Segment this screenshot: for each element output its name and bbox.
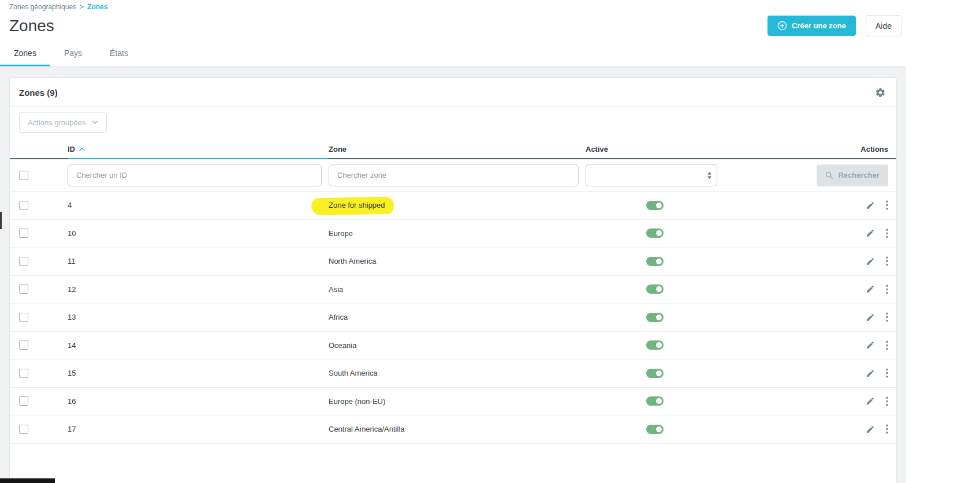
help-button[interactable]: Aide	[866, 15, 901, 36]
active-toggle[interactable]	[646, 396, 664, 406]
active-toggle[interactable]	[646, 284, 664, 294]
search-button[interactable]: Rechercher	[817, 164, 888, 186]
edit-button[interactable]	[866, 257, 875, 266]
table-header-row: ID Zone Activé Actions	[10, 140, 896, 159]
edit-button[interactable]	[866, 396, 875, 406]
panel-title: Zones (9)	[19, 88, 58, 98]
sorted-column-indicator	[68, 158, 329, 159]
create-zone-button[interactable]: Créer une zone	[767, 16, 856, 36]
row-menu-button[interactable]	[886, 256, 888, 266]
table-row: 13 Africa	[10, 304, 896, 332]
pencil-icon	[866, 229, 875, 238]
kebab-icon	[886, 368, 888, 378]
sort-asc-icon	[79, 147, 85, 151]
kebab-icon	[886, 312, 888, 322]
zone-name-cell: Zone for shipped	[329, 201, 586, 209]
table-filter-row: Rechercher	[10, 159, 896, 192]
toggle-knob	[656, 398, 662, 404]
pencil-icon	[866, 369, 875, 378]
row-checkbox[interactable]	[19, 284, 28, 294]
edit-button[interactable]	[866, 229, 875, 238]
plus-circle-icon	[777, 21, 787, 31]
edit-button[interactable]	[866, 425, 875, 434]
breadcrumb-parent-link[interactable]: Zones géographiques	[9, 3, 76, 11]
row-menu-button[interactable]	[886, 368, 888, 378]
id-filter-input[interactable]	[68, 164, 322, 186]
tab-pays[interactable]: Pays	[50, 42, 96, 66]
row-checkbox[interactable]	[19, 257, 28, 266]
edit-button[interactable]	[866, 313, 875, 322]
row-checkbox[interactable]	[19, 229, 28, 238]
zone-filter-input[interactable]	[329, 164, 579, 186]
active-toggle[interactable]	[646, 257, 664, 266]
zone-name-cell: North America	[329, 257, 586, 265]
row-menu-button[interactable]	[886, 396, 888, 406]
create-zone-button-label: Créer une zone	[792, 21, 846, 30]
row-checkbox[interactable]	[19, 340, 28, 350]
toggle-knob	[656, 203, 662, 208]
kebab-icon	[886, 340, 888, 350]
active-toggle[interactable]	[646, 313, 664, 322]
zone-name-cell: Europe	[329, 229, 586, 238]
table-row: 12 Asia	[10, 276, 896, 304]
zone-id-cell: 15	[68, 369, 329, 377]
bulk-actions-button[interactable]: Actions groupées	[19, 112, 107, 133]
table-row: 17 Central America/Antilla	[10, 415, 896, 444]
active-filter-select[interactable]	[586, 164, 717, 186]
breadcrumb-current-link[interactable]: Zones	[87, 3, 107, 11]
edit-button[interactable]	[866, 369, 875, 378]
row-menu-button[interactable]	[886, 312, 888, 322]
pencil-icon	[866, 284, 875, 294]
row-menu-button[interactable]	[886, 340, 888, 350]
row-checkbox[interactable]	[19, 313, 28, 322]
toggle-knob	[656, 314, 662, 320]
search-button-label: Rechercher	[838, 171, 880, 179]
select-all-checkbox[interactable]	[19, 171, 28, 180]
row-checkbox[interactable]	[19, 425, 28, 434]
zone-id-cell: 17	[68, 425, 329, 433]
pencil-icon	[866, 340, 875, 350]
row-menu-button[interactable]	[886, 424, 888, 434]
grid-settings-button[interactable]	[874, 86, 887, 99]
gear-icon	[875, 87, 886, 98]
search-icon	[825, 171, 833, 179]
zone-id-cell: 11	[68, 257, 329, 265]
zones-admin-page: Zones géographiques > Zones Zones Créer …	[0, 0, 906, 483]
row-menu-button[interactable]	[886, 200, 888, 210]
bulk-actions-label: Actions groupées	[28, 118, 85, 127]
pencil-icon	[866, 257, 875, 266]
row-checkbox[interactable]	[19, 396, 28, 406]
window-edge-artifact	[0, 478, 55, 483]
toggle-knob	[656, 230, 662, 236]
column-header-id[interactable]: ID	[68, 145, 329, 153]
table-row: 10 Europe	[10, 220, 896, 248]
active-toggle[interactable]	[646, 201, 664, 210]
row-menu-button[interactable]	[886, 284, 888, 294]
zone-name-cell: Europe (non-EU)	[329, 397, 586, 406]
kebab-icon	[886, 424, 888, 434]
active-toggle[interactable]	[646, 340, 664, 350]
kebab-icon	[886, 396, 888, 406]
zones-panel: Zones (9) Actions groupées	[9, 77, 897, 483]
chevron-down-icon	[92, 120, 98, 125]
row-menu-button[interactable]	[886, 229, 888, 238]
zone-id-cell: 14	[68, 341, 329, 350]
active-toggle[interactable]	[646, 229, 664, 238]
toggle-knob	[656, 259, 662, 264]
edit-button[interactable]	[866, 340, 875, 350]
tab-etats[interactable]: États	[96, 42, 142, 66]
active-toggle[interactable]	[646, 425, 664, 434]
kebab-icon	[886, 200, 888, 210]
kebab-icon	[886, 229, 888, 238]
active-toggle[interactable]	[646, 369, 664, 378]
zone-name-cell: South America	[329, 369, 586, 377]
table-row: 11 North America	[10, 248, 896, 276]
tab-zones[interactable]: Zones	[0, 42, 50, 66]
row-checkbox[interactable]	[19, 201, 28, 210]
column-header-zone: Zone	[329, 145, 586, 153]
edit-button[interactable]	[866, 284, 875, 294]
window-edge-artifact	[0, 212, 2, 229]
row-checkbox[interactable]	[19, 369, 28, 378]
column-header-actions: Actions	[724, 145, 892, 153]
edit-button[interactable]	[866, 201, 875, 210]
